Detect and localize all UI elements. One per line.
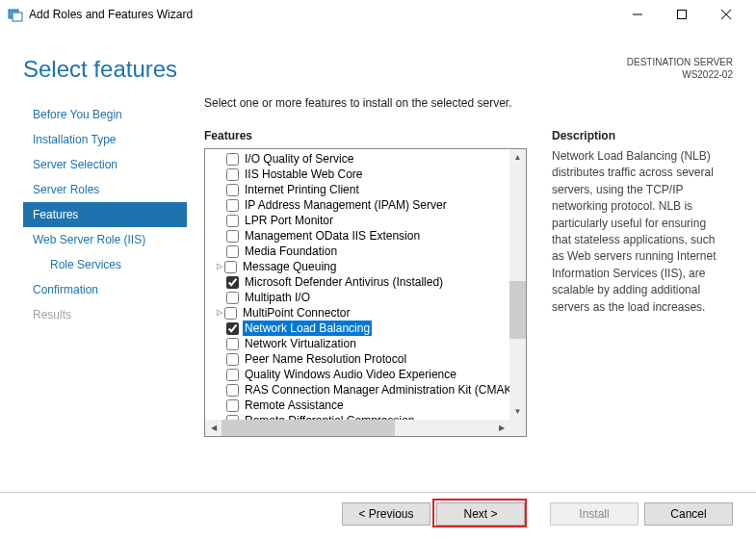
page-title: Select features <box>23 56 177 83</box>
feature-item-nlb[interactable]: Network Load Balancing <box>205 321 526 336</box>
wizard-sidebar: Before You Begin Installation Type Serve… <box>23 96 187 472</box>
scroll-left-arrow-icon[interactable]: ◀ <box>205 420 222 436</box>
checkbox[interactable] <box>226 292 239 304</box>
feature-item-ipam[interactable]: IP Address Management (IPAM) Server <box>205 197 526 213</box>
feature-item-iis-hostable[interactable]: IIS Hostable Web Core <box>205 167 526 182</box>
checkbox[interactable] <box>226 184 239 196</box>
minimize-button[interactable] <box>615 0 660 29</box>
close-button[interactable] <box>704 0 748 29</box>
step-server-selection[interactable]: Server Selection <box>23 152 187 177</box>
feature-item-ras-cmak[interactable]: RAS Connection Manager Administration Ki… <box>205 382 526 398</box>
next-button[interactable]: Next > <box>436 502 525 526</box>
cancel-button[interactable]: Cancel <box>644 502 733 526</box>
description-section-label: Description <box>552 129 725 142</box>
step-features[interactable]: Features <box>23 202 187 227</box>
checkbox[interactable] <box>226 168 239 181</box>
checkbox[interactable] <box>226 153 239 166</box>
checkbox[interactable] <box>226 245 239 258</box>
step-confirmation[interactable]: Confirmation <box>23 277 187 302</box>
scroll-down-arrow-icon[interactable]: ▼ <box>509 403 526 420</box>
feature-item-remote-assistance[interactable]: Remote Assistance <box>205 398 526 413</box>
scroll-thumb[interactable] <box>222 420 395 436</box>
step-installation-type[interactable]: Installation Type <box>23 127 187 152</box>
svg-rect-1 <box>13 13 22 21</box>
feature-item-network-virtualization[interactable]: Network Virtualization <box>205 336 526 351</box>
feature-item-io-quality[interactable]: I/O Quality of Service <box>205 151 526 167</box>
feature-item-multipoint[interactable]: ▷MultiPoint Connector <box>205 305 526 321</box>
checkbox[interactable] <box>226 369 239 381</box>
feature-item-defender[interactable]: Microsoft Defender Antivirus (Installed) <box>205 274 526 290</box>
expand-icon[interactable]: ▷ <box>215 259 224 274</box>
checkbox[interactable] <box>226 215 239 227</box>
checkbox[interactable] <box>224 307 237 320</box>
checkbox[interactable] <box>226 322 239 335</box>
checkbox[interactable] <box>226 353 239 366</box>
checkbox[interactable] <box>226 199 239 212</box>
scroll-right-arrow-icon[interactable]: ▶ <box>493 420 509 436</box>
expand-icon[interactable]: ▷ <box>215 305 224 321</box>
scroll-thumb[interactable] <box>509 281 526 339</box>
scroll-corner <box>509 420 526 436</box>
checkbox[interactable] <box>226 276 239 289</box>
step-before-you-begin[interactable]: Before You Begin <box>23 102 187 127</box>
destination-label: DESTINATION SERVER <box>627 56 733 68</box>
checkbox[interactable] <box>226 399 239 412</box>
titlebar: Add Roles and Features Wizard <box>0 0 756 29</box>
previous-button[interactable]: < Previous <box>342 502 430 526</box>
feature-item-pnrp[interactable]: Peer Name Resolution Protocol <box>205 351 526 367</box>
window-title: Add Roles and Features Wizard <box>29 8 615 21</box>
feature-item-qwave[interactable]: Quality Windows Audio Video Experience <box>205 367 526 382</box>
checkbox[interactable] <box>224 261 237 273</box>
feature-item-mgmt-odata[interactable]: Management OData IIS Extension <box>205 228 526 244</box>
feature-item-media-foundation[interactable]: Media Foundation <box>205 244 526 259</box>
install-button: Install <box>550 502 639 526</box>
checkbox[interactable] <box>226 384 239 397</box>
wizard-header: Select features DESTINATION SERVER WS202… <box>0 29 756 96</box>
horizontal-scrollbar[interactable]: ◀ ▶ <box>205 420 526 436</box>
feature-item-lpr[interactable]: LPR Port Monitor <box>205 213 526 228</box>
step-server-roles[interactable]: Server Roles <box>23 177 187 202</box>
step-role-services[interactable]: Role Services <box>23 252 187 277</box>
wizard-footer: < Previous Next > Install Cancel <box>0 492 756 539</box>
features-tree: I/O Quality of Service IIS Hostable Web … <box>204 148 527 437</box>
feature-item-multipath[interactable]: Multipath I/O <box>205 290 526 305</box>
step-web-server-role-iis[interactable]: Web Server Role (IIS) <box>23 227 187 252</box>
vertical-scrollbar[interactable]: ▲ ▼ <box>509 149 526 420</box>
checkbox[interactable] <box>226 338 239 350</box>
features-section-label: Features <box>204 129 527 142</box>
checkbox[interactable] <box>226 230 239 243</box>
feature-description: Network Load Balancing (NLB) distributes… <box>552 148 725 316</box>
step-results: Results <box>23 302 187 327</box>
svg-rect-3 <box>678 11 687 19</box>
scroll-up-arrow-icon[interactable]: ▲ <box>509 149 526 166</box>
wizard-icon <box>8 7 23 22</box>
feature-item-internet-printing[interactable]: Internet Printing Client <box>205 182 526 197</box>
feature-item-message-queuing[interactable]: ▷Message Queuing <box>205 259 526 274</box>
maximize-button[interactable] <box>660 0 704 29</box>
destination-server: WS2022-02 <box>627 68 733 81</box>
instruction-text: Select one or more features to install o… <box>204 96 748 110</box>
feature-item-rdc[interactable]: Remote Differential Compression <box>205 413 526 420</box>
